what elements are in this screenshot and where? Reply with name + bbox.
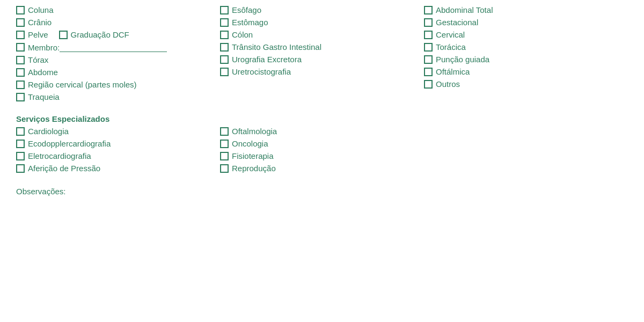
checkbox-membro[interactable] [16, 43, 25, 52]
top-section: Coluna Crânio Pelve Graduação DCF Membro… [16, 5, 628, 105]
checkbox-oftalmologia[interactable] [220, 127, 229, 136]
checkbox-toracica[interactable] [424, 43, 433, 52]
checkbox-torax[interactable] [16, 56, 25, 64]
checkbox-gestacional[interactable] [424, 18, 433, 27]
checkbox-ecodoppler[interactable] [16, 140, 25, 148]
label-traqueia: Traqueia [28, 92, 60, 101]
label-estomago: Estômago [232, 18, 268, 27]
label-colon: Cólon [232, 30, 253, 39]
label-membro: Membro: [28, 43, 60, 52]
label-pelve: Pelve [28, 30, 48, 39]
checkbox-oftalmica[interactable] [424, 68, 433, 76]
checkbox-colon[interactable] [220, 31, 229, 39]
label-coluna: Coluna [28, 5, 54, 14]
list-item: Abdome [16, 68, 215, 77]
list-item: Oftalmologia [220, 127, 419, 136]
list-item: Oftálmica [424, 67, 623, 76]
label-uretrocisto: Uretrocistografia [232, 67, 291, 76]
checkbox-oncologia[interactable] [220, 140, 229, 148]
list-item: Tórax [16, 55, 215, 64]
checkbox-afericao[interactable] [16, 164, 25, 173]
checkbox-coluna[interactable] [16, 6, 25, 14]
list-item: Esôfago [220, 5, 419, 14]
label-fisioterapia: Fisioterapia [232, 151, 274, 160]
checkbox-urografia[interactable] [220, 55, 229, 64]
list-item: Aferição de Pressão [16, 164, 215, 173]
list-item: Outros [424, 79, 623, 89]
servicos-section: Serviços Especializados Cardiologia Ecod… [16, 114, 628, 176]
label-toracica: Torácica [436, 42, 466, 52]
list-item: Urografia Excretora [220, 55, 419, 64]
checkbox-uretrocisto[interactable] [220, 68, 229, 76]
checkbox-abdominal-total[interactable] [424, 6, 433, 14]
list-item: Crânio [16, 18, 215, 27]
list-item: Torácica [424, 42, 623, 52]
checkbox-outros[interactable] [424, 80, 433, 89]
label-puncao: Punção guiada [436, 55, 489, 64]
label-ecodoppler: Ecodopplercardiografia [28, 139, 111, 148]
obs-label: Observações: [16, 187, 628, 196]
col1: Coluna Crânio Pelve Graduação DCF Membro… [16, 5, 220, 105]
label-reproducao: Reprodução [232, 164, 276, 173]
checkbox-estomago[interactable] [220, 18, 229, 27]
servicos-col2: Oftalmologia Oncologia Fisioterapia Repr… [220, 127, 424, 176]
checkbox-eletrocardiografia[interactable] [16, 152, 25, 160]
checkbox-transito[interactable] [220, 43, 229, 52]
list-item: Membro: [16, 42, 215, 52]
label-transito: Trânsito Gastro Intestinal [232, 42, 321, 52]
label-oftalmica: Oftálmica [436, 67, 470, 76]
list-item: Estômago [220, 18, 419, 27]
list-item: Trânsito Gastro Intestinal [220, 42, 419, 52]
checkbox-reproducao[interactable] [220, 164, 229, 173]
list-item: Ecodopplercardiografia [16, 139, 215, 148]
label-abdominal-total: Abdominal Total [436, 5, 493, 14]
checkbox-regiao-cervical[interactable] [16, 80, 25, 89]
label-gestacional: Gestacional [436, 18, 478, 27]
label-cervical: Cervical [436, 30, 465, 39]
label-torax: Tórax [28, 55, 48, 64]
label-cranio: Crânio [28, 18, 52, 27]
list-item: Pelve Graduação DCF [16, 30, 215, 39]
col2: Esôfago Estômago Cólon Trânsito Gastro I… [220, 5, 424, 105]
servicos-columns: Cardiologia Ecodopplercardiografia Eletr… [16, 127, 628, 176]
label-regiao-cervical: Região cervical (partes moles) [28, 80, 137, 89]
label-cardiologia: Cardiologia [28, 127, 69, 136]
label-afericao: Aferição de Pressão [28, 164, 100, 173]
checkbox-graduacao[interactable] [59, 31, 68, 39]
label-outros: Outros [436, 79, 460, 89]
list-item: Fisioterapia [220, 151, 419, 160]
list-item: Eletrocardiografia [16, 151, 215, 160]
servicos-col1: Cardiologia Ecodopplercardiografia Eletr… [16, 127, 220, 176]
list-item: Cardiologia [16, 127, 215, 136]
servicos-title: Serviços Especializados [16, 114, 628, 123]
list-item: Gestacional [424, 18, 623, 27]
list-item: Oncologia [220, 139, 419, 148]
label-abdome: Abdome [28, 68, 58, 77]
label-oftalmologia: Oftalmologia [232, 127, 277, 136]
membro-input[interactable] [60, 42, 167, 52]
list-item: Cervical [424, 30, 623, 39]
checkbox-esofago[interactable] [220, 6, 229, 14]
label-esofago: Esôfago [232, 5, 261, 14]
list-item: Região cervical (partes moles) [16, 80, 215, 89]
list-item: Traqueia [16, 92, 215, 101]
label-eletrocardiografia: Eletrocardiografia [28, 151, 91, 160]
label-graduacao: Graduação DCF [71, 30, 129, 39]
label-urografia: Urografia Excretora [232, 55, 302, 64]
checkbox-cardiologia[interactable] [16, 127, 25, 136]
list-item: Coluna [16, 5, 215, 14]
col3: Abdominal Total Gestacional Cervical Tor… [424, 5, 628, 105]
label-oncologia: Oncologia [232, 139, 268, 148]
checkbox-pelve[interactable] [16, 31, 25, 39]
list-item: Cólon [220, 30, 419, 39]
checkbox-fisioterapia[interactable] [220, 152, 229, 160]
list-item: Abdominal Total [424, 5, 623, 14]
list-item: Punção guiada [424, 55, 623, 64]
checkbox-cervical[interactable] [424, 31, 433, 39]
checkbox-abdome[interactable] [16, 68, 25, 77]
servicos-col3 [424, 127, 628, 176]
list-item: Reprodução [220, 164, 419, 173]
checkbox-cranio[interactable] [16, 18, 25, 27]
checkbox-traqueia[interactable] [16, 93, 25, 101]
checkbox-puncao[interactable] [424, 55, 433, 64]
